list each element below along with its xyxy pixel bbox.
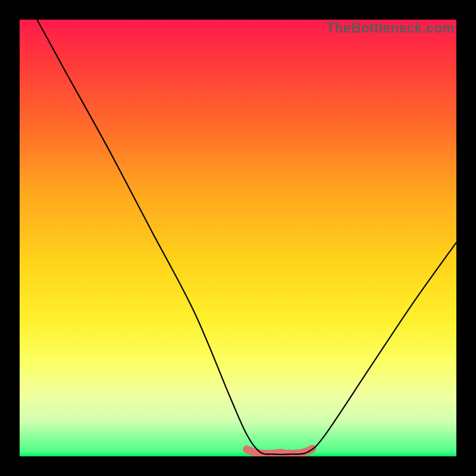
chart-frame: TheBottleneck.com (0, 0, 476, 476)
watermark-text: TheBottleneck.com (326, 20, 455, 36)
chart-svg (20, 20, 456, 456)
plot-area (20, 20, 456, 456)
bottleneck-curve (37, 20, 456, 455)
